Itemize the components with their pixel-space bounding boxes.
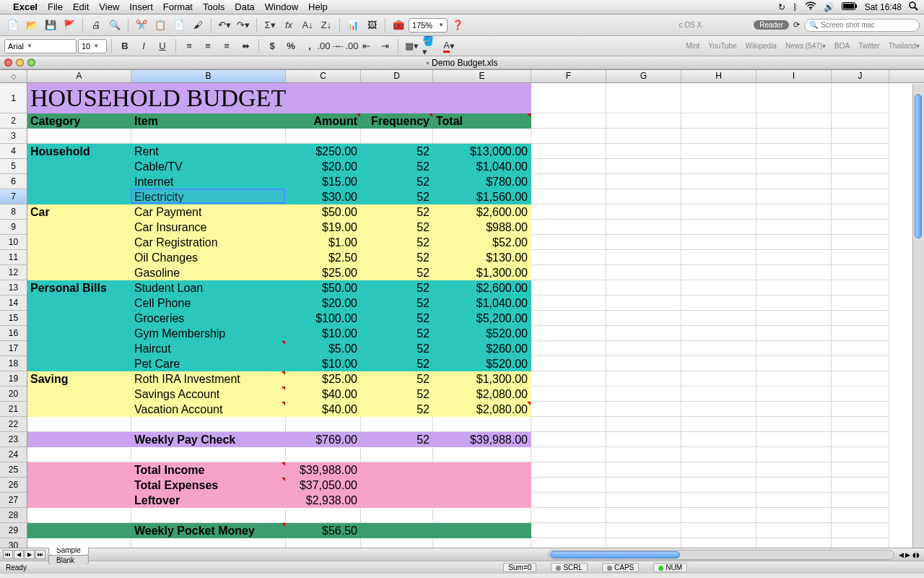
cell-I10[interactable] bbox=[757, 235, 832, 250]
cell-G19[interactable] bbox=[606, 371, 681, 387]
wifi-icon[interactable] bbox=[805, 1, 816, 12]
menu-window[interactable]: Window bbox=[265, 1, 298, 12]
menu-file[interactable]: File bbox=[48, 1, 63, 12]
cell-I25[interactable] bbox=[757, 462, 832, 478]
volume-icon[interactable]: 🔊 bbox=[824, 2, 834, 12]
cell-F30[interactable] bbox=[531, 538, 606, 548]
cell-A29[interactable] bbox=[27, 523, 131, 538]
font-combo[interactable]: Arial▼ bbox=[4, 39, 77, 53]
cell-J29[interactable] bbox=[832, 523, 889, 538]
row-header[interactable]: 20 bbox=[0, 387, 27, 402]
cell-C21[interactable]: $40.00 bbox=[286, 402, 361, 417]
cell-C10[interactable]: $1.00 bbox=[286, 235, 361, 250]
cell-E2[interactable]: Total bbox=[433, 113, 531, 129]
menu-edit[interactable]: Edit bbox=[73, 1, 89, 12]
undo-icon[interactable]: ↶▾ bbox=[216, 17, 233, 33]
row-header[interactable]: 23 bbox=[0, 432, 27, 447]
cell-B11[interactable]: Oil Changes bbox=[131, 250, 286, 265]
cell-I24[interactable] bbox=[757, 447, 832, 462]
menu-insert[interactable]: Insert bbox=[129, 1, 153, 12]
cell-I8[interactable] bbox=[757, 204, 832, 220]
cell-I17[interactable] bbox=[757, 341, 832, 356]
fontsize-combo[interactable]: 10▼ bbox=[78, 39, 107, 53]
menu-format[interactable]: Format bbox=[163, 1, 193, 12]
cell-B29[interactable]: Weekly Pocket Money bbox=[131, 523, 286, 538]
vertical-scrollbar[interactable] bbox=[912, 84, 924, 548]
row-header[interactable]: 4 bbox=[0, 144, 27, 159]
cell-C13[interactable]: $50.00 bbox=[286, 280, 361, 296]
cell-G16[interactable] bbox=[606, 326, 681, 341]
cell-F1[interactable] bbox=[531, 83, 606, 113]
cell-A13[interactable]: Personal Bills bbox=[27, 280, 131, 296]
cell-G29[interactable] bbox=[606, 523, 681, 538]
toolbox-icon[interactable]: 🧰 bbox=[390, 17, 407, 33]
cell-C20[interactable]: $40.00 bbox=[286, 387, 361, 402]
cell-G26[interactable] bbox=[606, 478, 681, 493]
cell-G25[interactable] bbox=[606, 462, 681, 478]
cell-D19[interactable]: 52 bbox=[361, 371, 433, 387]
cell-G28[interactable] bbox=[606, 508, 681, 523]
row-header[interactable]: 9 bbox=[0, 220, 27, 235]
cell-C16[interactable]: $10.00 bbox=[286, 326, 361, 341]
cell-B27[interactable]: Leftover bbox=[131, 493, 286, 508]
cell-E30[interactable] bbox=[433, 538, 531, 548]
row-header[interactable]: 15 bbox=[0, 311, 27, 326]
col-header-G[interactable]: G bbox=[606, 70, 681, 82]
cell-B7[interactable]: Electricity bbox=[131, 189, 286, 204]
cell-G22[interactable] bbox=[606, 417, 681, 432]
cell-I5[interactable] bbox=[757, 159, 832, 174]
cell-I4[interactable] bbox=[757, 144, 832, 159]
cell-F21[interactable] bbox=[531, 402, 606, 417]
menu-data[interactable]: Data bbox=[235, 1, 254, 12]
cell-D29[interactable] bbox=[361, 523, 433, 538]
tab-next-icon[interactable]: ▶ bbox=[25, 550, 35, 559]
row-header[interactable]: 8 bbox=[0, 204, 27, 220]
cell-I15[interactable] bbox=[757, 311, 832, 326]
cell-B24[interactable] bbox=[131, 447, 286, 462]
cell-grid[interactable]: HOUSEHOLD BUDGETCategoryItemAmountFreque… bbox=[27, 83, 924, 548]
cell-A9[interactable] bbox=[27, 220, 131, 235]
cell-E9[interactable]: $988.00 bbox=[433, 220, 531, 235]
cell-F8[interactable] bbox=[531, 204, 606, 220]
cell-A16[interactable] bbox=[27, 326, 131, 341]
cell-B12[interactable]: Gasoline bbox=[131, 265, 286, 280]
cell-J27[interactable] bbox=[832, 493, 889, 508]
cell-E13[interactable]: $2,600.00 bbox=[433, 280, 531, 296]
spotlight-icon[interactable] bbox=[909, 1, 918, 13]
chart-icon[interactable]: 📊 bbox=[344, 17, 362, 33]
cell-I9[interactable] bbox=[757, 220, 832, 235]
cell-B25[interactable]: Total Income bbox=[131, 462, 286, 478]
copy-icon[interactable]: 📋 bbox=[152, 17, 169, 33]
cell-F15[interactable] bbox=[531, 311, 606, 326]
cell-D27[interactable] bbox=[361, 493, 433, 508]
cell-H15[interactable] bbox=[681, 311, 757, 326]
cell-I21[interactable] bbox=[757, 402, 832, 417]
cell-G23[interactable] bbox=[606, 432, 681, 447]
cell-G14[interactable] bbox=[606, 296, 681, 311]
cell-H30[interactable] bbox=[681, 538, 757, 548]
cell-B15[interactable]: Groceries bbox=[131, 311, 286, 326]
cell-C9[interactable]: $19.00 bbox=[286, 220, 361, 235]
cell-D6[interactable]: 52 bbox=[361, 174, 433, 189]
cell-I18[interactable] bbox=[757, 356, 832, 371]
cell-E10[interactable]: $52.00 bbox=[433, 235, 531, 250]
cell-D13[interactable]: 52 bbox=[361, 280, 433, 296]
row-header[interactable]: 25 bbox=[0, 462, 27, 478]
cell-B8[interactable]: Car Payment bbox=[131, 204, 286, 220]
format-painter-icon[interactable]: 🖌 bbox=[189, 17, 206, 33]
cell-I13[interactable] bbox=[757, 280, 832, 296]
cell-B9[interactable]: Car Insurance bbox=[131, 220, 286, 235]
bookmark-link[interactable]: News (547)▾ bbox=[785, 42, 826, 50]
cell-A2[interactable]: Category bbox=[27, 113, 131, 129]
cell-G1[interactable] bbox=[606, 83, 681, 113]
cell-C24[interactable] bbox=[286, 447, 361, 462]
cell-D22[interactable] bbox=[361, 417, 433, 432]
cell-A26[interactable] bbox=[27, 478, 131, 493]
cell-I2[interactable] bbox=[757, 113, 832, 129]
underline-icon[interactable]: U bbox=[154, 38, 171, 54]
flag-icon[interactable]: 🚩 bbox=[61, 17, 78, 33]
cell-J30[interactable] bbox=[832, 538, 889, 548]
cell-D30[interactable] bbox=[361, 538, 433, 548]
cell-E28[interactable] bbox=[433, 508, 531, 523]
col-header-D[interactable]: D bbox=[361, 70, 433, 82]
